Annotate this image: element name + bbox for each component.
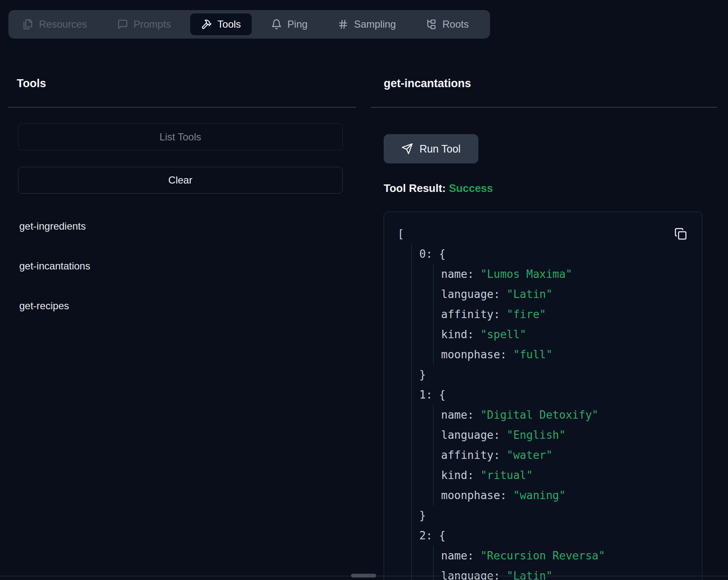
json-item-close: }: [419, 365, 687, 385]
json-field: language: "Latin": [441, 284, 687, 304]
json-field: language: "Latin": [441, 566, 687, 580]
tool-result-line: Tool Result: Success: [384, 182, 493, 195]
json-item-open: 0: {: [419, 244, 687, 264]
json-item-open: 1: {: [419, 385, 687, 405]
json-field: language: "English": [441, 425, 687, 445]
tool-list-item[interactable]: get-ingredients: [8, 206, 356, 246]
json-field: kind: "ritual": [441, 465, 687, 485]
tool-list: get-ingredientsget-incantationsget-recip…: [8, 206, 356, 326]
tool-result-label: Tool Result:: [384, 182, 446, 194]
json-open-bracket: [: [398, 224, 687, 244]
divider: [371, 107, 717, 108]
tool-result-status: Success: [449, 182, 493, 194]
list-tools-button[interactable]: List Tools: [18, 123, 343, 150]
json-item-fields: name: "Recursion Reversa"language: "Lati…: [433, 546, 687, 580]
json-item-fields: name: "Digital Detoxify"language: "Engli…: [433, 405, 687, 505]
divider: [8, 107, 356, 108]
json-item-close: }: [419, 505, 687, 526]
tools-list-panel: Tools List Tools Clear get-ingredientsge…: [8, 0, 356, 580]
copy-button[interactable]: [674, 227, 688, 241]
selected-tool-title: get-incantations: [384, 77, 471, 90]
run-tool-label: Run Tool: [419, 143, 460, 155]
clear-button[interactable]: Clear: [18, 167, 343, 194]
send-icon: [401, 143, 413, 155]
json-field: affinity: "water": [441, 445, 687, 465]
json-field: name: "Digital Detoxify": [441, 405, 687, 425]
tool-result-json-panel: [ 0: {name: "Lumos Maxima"language: "Lat…: [384, 212, 702, 580]
json-item-fields: name: "Lumos Maxima"language: "Latin"aff…: [433, 264, 687, 365]
json-field: affinity: "fire": [441, 304, 687, 324]
tool-list-item[interactable]: get-recipes: [8, 286, 356, 326]
copy-icon: [674, 228, 687, 240]
json-field: name: "Recursion Reversa": [441, 546, 687, 566]
json-field: kind: "spell": [441, 324, 687, 344]
json-field: name: "Lumos Maxima": [441, 264, 687, 284]
mcp-inspector-app: ResourcesPromptsToolsPingSamplingRoots T…: [0, 0, 728, 580]
json-viewer: [ 0: {name: "Lumos Maxima"language: "Lat…: [398, 224, 687, 580]
tools-panel-title: Tools: [17, 77, 46, 90]
json-field: moonphase: "waning": [441, 485, 687, 505]
horizontal-scrollbar-thumb[interactable]: [351, 574, 376, 577]
json-array-items: 0: {name: "Lumos Maxima"language: "Latin…: [411, 244, 687, 580]
json-item-open: 2: {: [419, 526, 687, 546]
tool-list-item[interactable]: get-incantations: [8, 246, 356, 286]
run-tool-button[interactable]: Run Tool: [384, 134, 478, 163]
json-field: moonphase: "full": [441, 344, 687, 365]
tool-detail-panel: get-incantations Run Tool Tool Result: S…: [371, 0, 717, 580]
